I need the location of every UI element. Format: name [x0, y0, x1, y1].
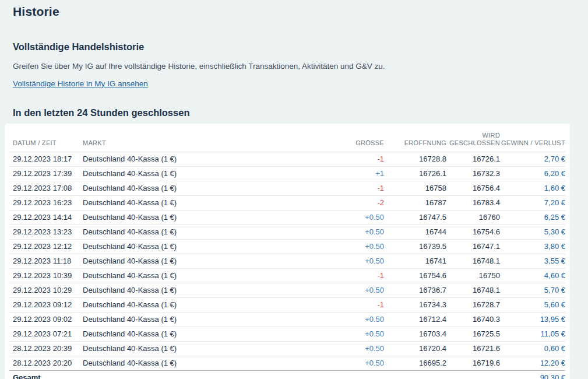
table-row: 29.12.2023 14:14Deutschland 40-Kassa (1 …	[9, 210, 565, 225]
cell-close: 16719.6	[446, 356, 500, 371]
cell-datetime: 28.12.2023 20:20	[9, 356, 83, 371]
cell-size: +0.50	[335, 225, 384, 240]
full-history-heading: Vollständige Handelshistorie	[13, 41, 588, 52]
cell-size: +0.50	[335, 210, 384, 225]
cell-size: -1	[335, 181, 384, 196]
cell-datetime: 29.12.2023 18:17	[9, 152, 83, 167]
cell-datetime: 29.12.2023 09:12	[9, 298, 83, 313]
cell-datetime: 29.12.2023 13:23	[9, 225, 83, 240]
cell-open: 16787	[384, 196, 446, 210]
cell-close: 16748.1	[446, 283, 500, 298]
cell-size: +0.50	[335, 356, 384, 371]
cell-close: 16747.1	[446, 240, 500, 254]
cell-size: +0.50	[335, 313, 384, 327]
page-title: Historie	[13, 4, 588, 19]
total-label: Gesamt	[9, 371, 83, 379]
cell-close: 16750	[446, 269, 500, 283]
cell-market: Deutschland 40-Kassa (1 €)	[83, 210, 335, 225]
cell-open: 16703.4	[384, 327, 446, 342]
cell-market: Deutschland 40-Kassa (1 €)	[83, 167, 335, 181]
table-row: 28.12.2023 20:20Deutschland 40-Kassa (1 …	[9, 356, 565, 371]
column-header: GRÖSSE	[335, 124, 384, 152]
cell-pnl: 5,60 €	[500, 298, 565, 313]
table-row: 29.12.2023 10:39Deutschland 40-Kassa (1 …	[9, 269, 565, 283]
history-table-card: DATUM / ZEITMARKTGRÖSSEERÖFFNUNGWIRD GES…	[5, 124, 570, 379]
table-row: 29.12.2023 18:17Deutschland 40-Kassa (1 …	[9, 152, 565, 167]
cell-size: -1	[335, 298, 384, 313]
cell-datetime: 29.12.2023 10:29	[9, 283, 83, 298]
cell-size: +0.50	[335, 342, 384, 356]
column-header: ERÖFFNUNG	[384, 124, 446, 152]
history-page: Historie Vollständige Handelshistorie Gr…	[0, 4, 588, 379]
cell-datetime: 29.12.2023 07:21	[9, 327, 83, 342]
cell-close: 16726.1	[446, 152, 500, 167]
cell-close: 16748.1	[446, 254, 500, 269]
cell-market: Deutschland 40-Kassa (1 €)	[83, 342, 335, 356]
cell-close: 16756.4	[446, 181, 500, 196]
cell-open: 16739.5	[384, 240, 446, 254]
cell-datetime: 29.12.2023 16:23	[9, 196, 83, 210]
cell-datetime: 29.12.2023 12:12	[9, 240, 83, 254]
cell-market: Deutschland 40-Kassa (1 €)	[83, 356, 335, 371]
cell-size: +0.50	[335, 254, 384, 269]
total-value: 90,30 €	[500, 371, 565, 379]
cell-size: +0.50	[335, 283, 384, 298]
cell-size: +0.50	[335, 240, 384, 254]
cell-pnl: 11,05 €	[500, 327, 565, 342]
cell-open: 16736.7	[384, 283, 446, 298]
table-row: 29.12.2023 17:08Deutschland 40-Kassa (1 …	[9, 181, 565, 196]
cell-market: Deutschland 40-Kassa (1 €)	[83, 283, 335, 298]
cell-pnl: 6,25 €	[500, 210, 565, 225]
table-row: 29.12.2023 07:21Deutschland 40-Kassa (1 …	[9, 327, 565, 342]
cell-datetime: 29.12.2023 11:18	[9, 254, 83, 269]
cell-market: Deutschland 40-Kassa (1 €)	[83, 269, 335, 283]
cell-datetime: 29.12.2023 17:39	[9, 167, 83, 181]
cell-market: Deutschland 40-Kassa (1 €)	[83, 298, 335, 313]
cell-market: Deutschland 40-Kassa (1 €)	[83, 196, 335, 210]
cell-market: Deutschland 40-Kassa (1 €)	[83, 327, 335, 342]
full-history-section: Vollständige Handelshistorie Greifen Sie…	[0, 41, 588, 89]
cell-datetime: 28.12.2023 20:39	[9, 342, 83, 356]
cell-market: Deutschland 40-Kassa (1 €)	[83, 181, 335, 196]
cell-pnl: 12,20 €	[500, 356, 565, 371]
cell-open: 16747.5	[384, 210, 446, 225]
table-row: 29.12.2023 13:23Deutschland 40-Kassa (1 …	[9, 225, 565, 240]
full-history-description: Greifen Sie über My IG auf Ihre vollstän…	[13, 61, 588, 71]
cell-open: 16734.3	[384, 298, 446, 313]
cell-open: 16744	[384, 225, 446, 240]
cell-pnl: 6,20 €	[500, 167, 565, 181]
column-header: WIRD GESCHLOSSEN	[446, 124, 500, 152]
column-header: GEWINN / VERLUST	[500, 124, 565, 152]
full-history-link[interactable]: Vollständige Historie in My IG ansehen	[13, 79, 148, 89]
cell-close: 16783.4	[446, 196, 500, 210]
cell-close: 16740.3	[446, 313, 500, 327]
cell-pnl: 3,55 €	[500, 254, 565, 269]
table-row: 29.12.2023 17:39Deutschland 40-Kassa (1 …	[9, 167, 565, 181]
cell-pnl: 4,60 €	[500, 269, 565, 283]
cell-close: 16721.6	[446, 342, 500, 356]
cell-close: 16760	[446, 210, 500, 225]
cell-close: 16732.3	[446, 167, 500, 181]
cell-open: 16712.4	[384, 313, 446, 327]
cell-datetime: 29.12.2023 09:02	[9, 313, 83, 327]
cell-pnl: 2,70 €	[500, 152, 565, 167]
cell-size: +0.50	[335, 327, 384, 342]
table-row: 29.12.2023 10:29Deutschland 40-Kassa (1 …	[9, 283, 565, 298]
cell-pnl: 5,30 €	[500, 225, 565, 240]
cell-market: Deutschland 40-Kassa (1 €)	[83, 225, 335, 240]
cell-pnl: 13,95 €	[500, 313, 565, 327]
table-row: 29.12.2023 09:02Deutschland 40-Kassa (1 …	[9, 313, 565, 327]
cell-open: 16741	[384, 254, 446, 269]
cell-market: Deutschland 40-Kassa (1 €)	[83, 313, 335, 327]
cell-open: 16695.2	[384, 356, 446, 371]
cell-open: 16720.4	[384, 342, 446, 356]
total-row-spacer	[83, 371, 500, 379]
table-row: 29.12.2023 16:23Deutschland 40-Kassa (1 …	[9, 196, 565, 210]
table-header-row: DATUM / ZEITMARKTGRÖSSEERÖFFNUNGWIRD GES…	[9, 124, 565, 152]
cell-size: -2	[335, 196, 384, 210]
cell-pnl: 3,80 €	[500, 240, 565, 254]
cell-pnl: 1,60 €	[500, 181, 565, 196]
cell-close: 16725.5	[446, 327, 500, 342]
cell-market: Deutschland 40-Kassa (1 €)	[83, 152, 335, 167]
cell-close: 16754.6	[446, 225, 500, 240]
